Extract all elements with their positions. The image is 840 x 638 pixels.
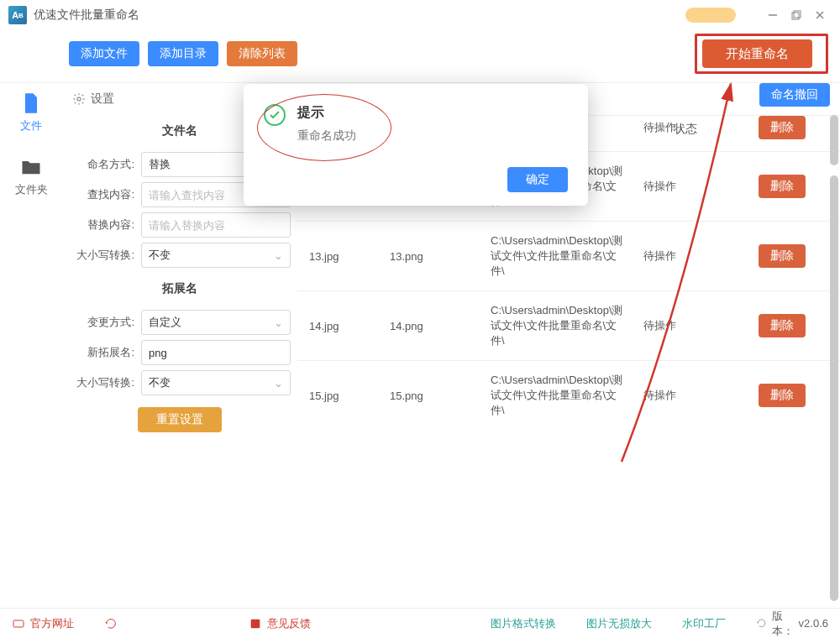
app-logo: AB [8, 6, 27, 24]
refresh-link[interactable] [104, 617, 118, 630]
version-label: 版本： [772, 609, 794, 639]
cell-status: 待操作 [635, 179, 736, 194]
case1-select[interactable]: 不变 ⌄ [141, 243, 291, 268]
reset-button[interactable]: 重置设置 [138, 407, 222, 432]
add-directory-button[interactable]: 添加目录 [148, 41, 218, 66]
section-ext: 拓展名 [69, 273, 291, 305]
dialog-ok-button[interactable]: 确定 [507, 167, 568, 192]
scrollbar[interactable] [830, 115, 838, 606]
cell-status: 待操作 [635, 120, 736, 135]
case1-value: 不变 [149, 248, 171, 263]
folder-icon [19, 155, 43, 179]
chevron-down-icon: ⌄ [274, 316, 283, 329]
svg-rect-7 [251, 619, 260, 628]
label-case2: 大小写转换: [69, 375, 141, 390]
cell-new: 13.png [390, 250, 482, 263]
scrollbar-thumb[interactable] [830, 175, 838, 601]
cell-status: 待操作 [635, 388, 736, 403]
table-row: 13.jpg13.pngC:\Users\admin\Desktop\测试文件\… [297, 221, 840, 290]
table-row: 15.jpg15.pngC:\Users\admin\Desktop\测试文件\… [297, 360, 840, 430]
window-maximize-button[interactable] [785, 3, 808, 27]
cell-path: C:\Users\admin\Desktop\测试文件\文件批量重命名\文件\ [482, 233, 635, 279]
new-ext-input[interactable] [141, 340, 291, 365]
version-value: v2.0.6 [799, 617, 828, 630]
dialog-title: 提示 [297, 104, 356, 122]
ext-mode-select[interactable]: 自定义 ⌄ [141, 310, 291, 335]
left-nav: 文件 文件夹 [0, 80, 62, 608]
official-site-label: 官方网址 [30, 616, 74, 631]
blurred-region [479, 5, 512, 25]
label-case1: 大小写转换: [69, 248, 141, 263]
official-site-link[interactable]: 官方网址 [12, 616, 74, 631]
delete-button[interactable]: 删除 [759, 175, 806, 198]
gear-icon [72, 92, 86, 106]
footer-link-1[interactable]: 图片格式转换 [491, 616, 556, 631]
start-rename-button[interactable]: 开始重命名 [702, 39, 812, 68]
cell-original: 13.jpg [297, 250, 390, 263]
nav-files[interactable]: 文件 [19, 92, 43, 133]
footer: 官方网址 意见反馈 图片格式转换 图片无损放大 水印工厂 版本：v2.0.6 [0, 608, 840, 638]
label-mode: 命名方式: [69, 157, 141, 172]
update-icon [756, 618, 767, 629]
label-ext-mode: 变更方式: [69, 315, 141, 330]
replace-input[interactable] [141, 212, 291, 238]
label-new-ext: 新拓展名: [69, 345, 141, 360]
add-files-button[interactable]: 添加文件 [69, 41, 139, 66]
cell-path: C:\Users\admin\Desktop\测试文件\文件批量重命名\文件\ [482, 373, 635, 418]
start-button-highlight: 开始重命名 [695, 34, 828, 74]
toolbar: 添加文件 添加目录 清除列表 开始重命名 [0, 30, 840, 83]
chevron-down-icon: ⌄ [274, 377, 283, 390]
cell-original: 15.jpg [297, 390, 390, 402]
cell-status: 待操作 [635, 248, 736, 264]
nav-folders[interactable]: 文件夹 [15, 155, 48, 197]
nav-files-label: 文件 [20, 118, 42, 133]
refresh-icon [104, 617, 118, 630]
delete-button[interactable]: 删除 [759, 314, 806, 337]
label-replace: 替换内容: [69, 217, 141, 233]
promo-pill[interactable] [685, 8, 736, 23]
clear-list-button[interactable]: 清除列表 [227, 41, 297, 66]
feedback-link[interactable]: 意见反馈 [249, 616, 311, 631]
chevron-down-icon: ⌄ [274, 249, 283, 262]
window-close-button[interactable] [808, 3, 832, 27]
file-icon [19, 92, 43, 115]
cell-new: 15.png [390, 390, 482, 402]
cell-original: 14.jpg [297, 320, 390, 332]
success-icon [264, 104, 286, 126]
delete-button[interactable]: 删除 [759, 384, 806, 407]
delete-button[interactable]: 删除 [759, 244, 806, 268]
delete-button[interactable]: 删除 [759, 116, 806, 139]
svg-rect-6 [13, 620, 24, 627]
cell-status: 待操作 [635, 318, 736, 333]
case2-select[interactable]: 不变 ⌄ [141, 370, 291, 395]
table-row: 14.jpg14.pngC:\Users\admin\Desktop\测试文件\… [297, 290, 840, 360]
nav-folders-label: 文件夹 [15, 182, 48, 197]
app-title: 优速文件批量重命名 [34, 8, 139, 23]
cell-new: 14.png [390, 320, 482, 332]
undo-button[interactable]: 命名撤回 [759, 83, 830, 107]
label-find: 查找内容: [69, 187, 141, 202]
feedback-label: 意见反馈 [267, 616, 311, 631]
version[interactable]: 版本：v2.0.6 [756, 609, 828, 639]
window-minimize-button[interactable] [761, 3, 785, 27]
globe-icon [12, 617, 25, 630]
dialog-message: 重命名成功 [297, 128, 356, 144]
success-dialog: 提示 重命名成功 确定 [244, 84, 588, 206]
footer-link-2[interactable]: 图片无损放大 [586, 616, 652, 631]
footer-link-3[interactable]: 水印工厂 [682, 616, 726, 631]
svg-point-5 [77, 97, 81, 101]
scrollbar-thumb-top[interactable] [830, 115, 838, 165]
feedback-icon [249, 617, 262, 630]
settings-title: 设置 [91, 92, 114, 107]
svg-rect-1 [792, 13, 799, 19]
mode-value: 替换 [149, 157, 171, 172]
cell-path: C:\Users\admin\Desktop\测试文件\文件批量重命名\文件\ [482, 303, 635, 348]
svg-rect-2 [794, 11, 801, 18]
case2-value: 不变 [149, 375, 171, 390]
titlebar: AB 优速文件批量重命名 [0, 0, 840, 30]
ext-mode-value: 自定义 [149, 315, 181, 330]
